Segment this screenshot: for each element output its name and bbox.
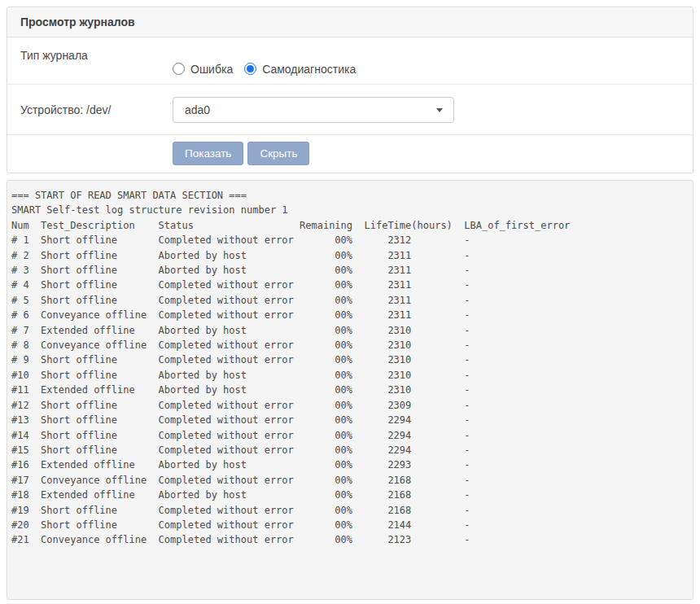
hide-button[interactable]: Скрыть bbox=[247, 142, 309, 165]
panel-title: Просмотр журналов bbox=[7, 7, 693, 37]
device-label: Устройство: /dev/ bbox=[7, 103, 173, 116]
log-viewer-panel: Просмотр журналов Тип журнала Ошибка Сам… bbox=[7, 7, 693, 173]
actions-row: Показать Скрыть bbox=[7, 135, 693, 173]
log-type-radio-group: Ошибка Самодиагностика bbox=[173, 37, 356, 84]
device-select-wrap: ada0 bbox=[173, 97, 454, 123]
log-output: === START OF READ SMART DATA SECTION ===… bbox=[7, 181, 693, 554]
radio-option-error[interactable]: Ошибка bbox=[173, 63, 233, 76]
log-output-panel: === START OF READ SMART DATA SECTION ===… bbox=[7, 180, 693, 600]
device-row: Устройство: /dev/ ada0 bbox=[7, 85, 693, 135]
radio-option-selftest[interactable]: Самодиагностика bbox=[244, 63, 356, 76]
error-radio[interactable] bbox=[173, 63, 185, 75]
device-select[interactable]: ada0 bbox=[173, 97, 454, 123]
log-type-label: Тип журнала bbox=[7, 37, 173, 84]
selftest-radio-label: Самодиагностика bbox=[262, 63, 356, 76]
log-type-row: Тип журнала Ошибка Самодиагностика bbox=[7, 37, 693, 85]
error-radio-label: Ошибка bbox=[190, 63, 233, 76]
selftest-radio[interactable] bbox=[244, 63, 256, 75]
show-button[interactable]: Показать bbox=[173, 142, 243, 165]
